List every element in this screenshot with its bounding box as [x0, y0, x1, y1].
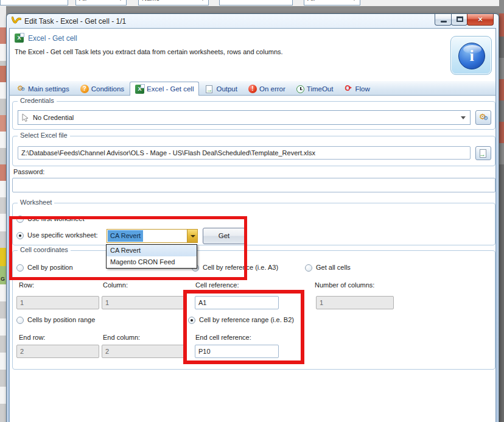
dropdown-value: All: [79, 0, 86, 2]
number-of-columns-label: Number of columns:: [315, 281, 374, 289]
flow-arrow-icon: [344, 85, 352, 93]
password-label: Password:: [13, 168, 44, 175]
tab-label: Output: [216, 85, 237, 93]
tab-on-error[interactable]: !On error: [243, 82, 291, 95]
radio-get-all-cells[interactable]: [305, 264, 312, 272]
excel-file-path-input[interactable]: [18, 146, 471, 160]
error-icon: !: [248, 85, 257, 93]
tab-output[interactable]: Output: [199, 82, 243, 95]
tab-excel-get-cell[interactable]: XExcel - Get cell: [130, 82, 199, 96]
radio-cells-by-position-range[interactable]: [16, 317, 24, 324]
clock-icon: [296, 85, 304, 93]
background-dropdown-all-1[interactable]: All: [75, 0, 127, 5]
end-row-label: End row:: [19, 334, 45, 341]
end-column-input: [102, 345, 186, 358]
annotation-rectangle-worksheet: [9, 216, 247, 280]
task-type-title: Excel - Get cell: [28, 34, 77, 43]
row-input: [16, 296, 99, 309]
group-label: Select Excel file: [18, 132, 70, 139]
dialog-titlebar[interactable]: Edit Task - Excel - Get cell - 1/1 ×: [9, 14, 496, 28]
minimize-button[interactable]: [435, 14, 452, 26]
column-label: Column:: [103, 281, 128, 289]
maximize-button[interactable]: [451, 14, 467, 26]
dropdown-value: Name: [142, 0, 159, 2]
background-toolbar: All Name All: [0, 0, 504, 6]
group-label: Credentials: [18, 97, 57, 104]
credentials-group: Credentials No Credential: [12, 101, 495, 130]
gears-icon: [476, 111, 485, 119]
credential-select[interactable]: No Credential: [18, 110, 471, 125]
cursor-icon: [21, 113, 29, 122]
manage-credentials-button[interactable]: [475, 110, 491, 125]
dialog-title: Edit Task - Excel - Get cell - 1/1: [24, 17, 126, 26]
background-input[interactable]: [0, 0, 68, 5]
background-dropdown-name[interactable]: Name: [138, 0, 209, 5]
excel-icon: X: [135, 85, 144, 94]
tab-label: Flow: [355, 85, 369, 93]
background-dropdown-all-2[interactable]: All: [304, 0, 360, 5]
password-input[interactable]: [12, 178, 495, 192]
tab-label: On error: [259, 85, 285, 93]
chevron-down-icon: [200, 0, 205, 1]
maximize-icon: [457, 16, 463, 22]
column-input: [102, 296, 186, 309]
tab-main-settings[interactable]: Main settings: [12, 82, 75, 95]
radio-label: Get all cells: [316, 264, 351, 271]
group-label: Worksheet: [18, 199, 54, 206]
background-grid-right: [499, 0, 504, 422]
excel-icon: X: [15, 33, 24, 43]
radio-label: Cells by position range: [27, 316, 95, 323]
tab-flow[interactable]: Flow: [338, 82, 375, 95]
chevron-down-icon: [461, 116, 466, 119]
end-row-input: [16, 345, 99, 358]
dropdown-value: All: [307, 0, 315, 2]
tab-conditions[interactable]: ?Conditions: [75, 82, 130, 95]
number-of-columns-input: [316, 296, 394, 309]
tab-label: TimeOut: [307, 85, 334, 93]
annotation-rectangle-cell-reference: [183, 290, 304, 364]
help-info-button[interactable]: i: [450, 36, 492, 75]
gear-icon: [17, 85, 26, 93]
chevron-down-icon: [118, 0, 123, 1]
tab-label: Excel - Get cell: [147, 85, 194, 93]
background-grid-rows: G: [0, 6, 6, 422]
tab-label: Conditions: [91, 85, 124, 93]
cell-reference-label: Cell reference:: [195, 281, 239, 289]
credential-value: No Credential: [33, 114, 74, 121]
chevron-down-icon: [352, 0, 357, 1]
close-icon: ×: [467, 15, 493, 24]
task-description: The Excel - Get cell Task lets you extra…: [15, 48, 283, 55]
output-arrow-icon: [206, 85, 212, 93]
row-label: Row:: [19, 281, 34, 289]
end-column-label: End column:: [103, 334, 140, 341]
excel-file-group: Select Excel file: [12, 136, 495, 166]
tab-timeout[interactable]: TimeOut: [291, 82, 339, 95]
info-icon: i: [458, 43, 485, 69]
close-button[interactable]: ×: [467, 14, 494, 26]
tab-bar: Main settings ?Conditions XExcel - Get c…: [10, 81, 495, 96]
question-icon: ?: [80, 85, 89, 93]
import-sheet-icon: [480, 149, 486, 158]
minimize-icon: [441, 21, 447, 23]
tab-label: Main settings: [28, 85, 69, 93]
background-search-input[interactable]: [219, 0, 293, 5]
background-text-fragment: G: [1, 276, 5, 282]
browse-excel-file-button[interactable]: [475, 146, 491, 160]
app-logo-icon: [12, 16, 21, 25]
